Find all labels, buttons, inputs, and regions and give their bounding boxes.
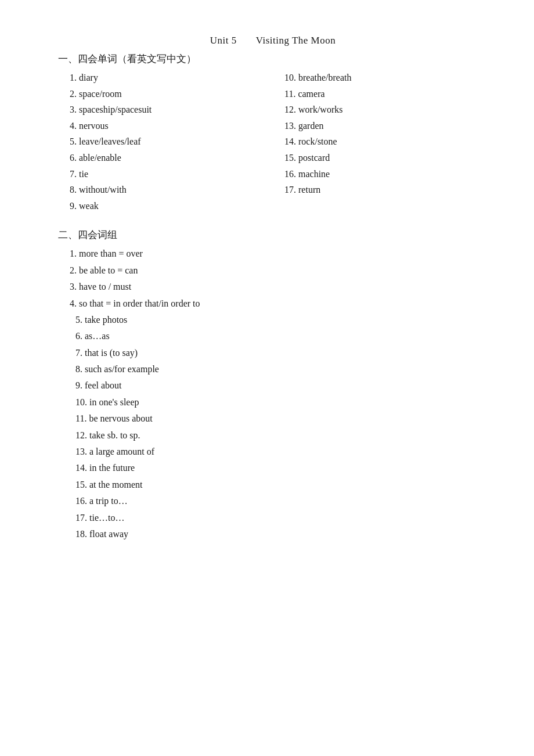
phrase-item: 2. be able to = can [58,263,488,278]
vocab-list-left: 1. diary2. space/room3. spaceship/spaces… [58,70,273,213]
vocab-item: 10. breathe/breath [273,70,488,85]
vocab-item: 9. weak [58,199,273,214]
vocab-columns: 1. diary2. space/room3. spaceship/spaces… [58,70,488,214]
vocab-item: 17. return [273,182,488,197]
vocab-item: 4. nervous [58,118,273,134]
vocab-item: 12. work/works [273,102,488,117]
phrase-item: 5. take photos [58,312,488,327]
vocab-item: 16. machine [273,167,488,182]
phrase-item: 18. float away [58,527,488,542]
page-title: Unit 5 Visiting The Moon [58,35,488,46]
vocab-item: 13. garden [273,118,488,134]
phrase-item: 8. such as/for example [58,362,488,377]
phrase-item: 10. in one's sleep [58,395,488,410]
phrase-item: 13. a large amount of [58,444,488,459]
vocab-item: 15. postcard [273,150,488,165]
vocab-item: 2. space/room [58,87,273,102]
vocab-list-right: 10. breathe/breath11. camera12. work/wor… [273,70,488,197]
phrase-item: 12. take sb. to sp. [58,428,488,443]
section2-header: 二、四会词组 [58,228,488,242]
phrase-item: 9. feel about [58,378,488,393]
phrase-item: 14. in the future [58,460,488,476]
vocab-item: 3. spaceship/spacesuit [58,102,273,117]
vocab-item: 11. camera [273,87,488,102]
vocab-item: 6. able/enable [58,150,273,165]
phrase-list: 1. more than = over2. be able to = can3.… [58,246,488,542]
vocab-col-left: 1. diary2. space/room3. spaceship/spaces… [58,70,273,214]
unit-name: Visiting The Moon [256,35,336,46]
phrase-item: 16. a trip to… [58,494,488,509]
section1-header: 一、四会单词（看英文写中文） [58,52,488,66]
phrase-item: 1. more than = over [58,246,488,261]
unit-label: Unit 5 [210,35,237,46]
phrase-item: 11. be nervous about [58,411,488,426]
vocab-item: 7. tie [58,167,273,182]
phrase-item: 6. as…as [58,329,488,344]
section-phrases: 二、四会词组 1. more than = over2. be able to … [58,228,488,542]
phrase-item: 15. at the moment [58,477,488,492]
phrase-item: 3. have to / must [58,279,488,294]
section-vocabulary: 一、四会单词（看英文写中文） 1. diary2. space/room3. s… [58,52,488,214]
phrase-item: 4. so that = in order that/in order to [58,296,488,311]
phrase-item: 17. tie…to… [58,510,488,525]
vocab-col-right: 10. breathe/breath11. camera12. work/wor… [273,70,488,214]
page-content: Unit 5 Visiting The Moon 一、四会单词（看英文写中文） … [58,35,488,542]
vocab-item: 14. rock/stone [273,134,488,149]
vocab-item: 1. diary [58,70,273,85]
vocab-item: 5. leave/leaves/leaf [58,134,273,149]
phrase-item: 7. that is (to say) [58,345,488,361]
vocab-item: 8. without/with [58,182,273,197]
